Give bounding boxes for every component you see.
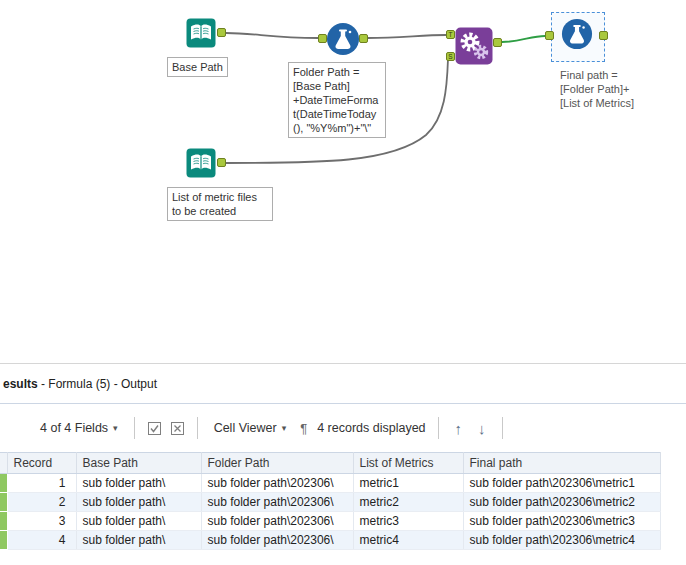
- select-all-checkbox-icon[interactable]: [147, 421, 162, 436]
- connection-basepath-to-formula[interactable]: [226, 33, 318, 38]
- annotation-base-path[interactable]: Base Path: [167, 57, 228, 77]
- table-cell[interactable]: sub folder path\202306\: [201, 474, 353, 493]
- output-anchor[interactable]: [217, 158, 226, 167]
- table-cell[interactable]: sub folder path\: [76, 512, 201, 531]
- table-cell[interactable]: sub folder path\202306\: [201, 512, 353, 531]
- table-cell[interactable]: sub folder path\202306\metric1: [463, 474, 660, 493]
- table-row[interactable]: 3sub folder path\sub folder path\202306\…: [0, 512, 660, 531]
- row-indicator[interactable]: [0, 512, 7, 531]
- table-header-row: Record Base Path Folder Path List of Met…: [0, 453, 660, 474]
- table-cell[interactable]: sub folder path\: [76, 474, 201, 493]
- results-toolbar: 4 of 4 Fields ▾ Cell Viewer ▾: [0, 404, 686, 452]
- alteryx-window: Base Path Folder Path = [Base Path] +Dat…: [0, 0, 686, 565]
- table-cell[interactable]: metric2: [353, 493, 463, 512]
- results-header: esults - Formula (5) - Output: [0, 364, 686, 404]
- table-cell[interactable]: 4: [7, 531, 76, 550]
- toolbar-separator: [438, 417, 439, 439]
- table-cell[interactable]: 2: [7, 493, 76, 512]
- output-anchor[interactable]: [359, 34, 368, 43]
- table-row[interactable]: 2sub folder path\sub folder path\202306\…: [0, 493, 660, 512]
- row-indicator[interactable]: [0, 493, 7, 512]
- annotation-final-path[interactable]: Final path = [Folder Path]+ [List of Met…: [556, 66, 660, 112]
- down-arrow-icon[interactable]: ↓: [474, 420, 490, 437]
- tool-formula-folder-path[interactable]: [326, 22, 360, 56]
- flask-icon: [326, 22, 360, 56]
- fields-dropdown-label: 4 of 4 Fields: [40, 421, 108, 435]
- output-anchor[interactable]: [599, 31, 608, 40]
- flask-icon: [561, 18, 593, 50]
- header-indicator-cell: [0, 453, 7, 474]
- toolbar-separator: [197, 417, 198, 439]
- table-cell[interactable]: sub folder path\202306\metric2: [463, 493, 660, 512]
- table-row[interactable]: 1sub folder path\sub folder path\202306\…: [0, 474, 660, 493]
- results-panel: esults - Formula (5) - Output 4 of 4 Fie…: [0, 363, 686, 565]
- output-anchor[interactable]: [217, 28, 226, 37]
- table-cell[interactable]: sub folder path\202306\: [201, 493, 353, 512]
- table-row[interactable]: 4sub folder path\sub folder path\202306\…: [0, 531, 660, 550]
- input-anchor-t[interactable]: T: [446, 30, 455, 39]
- open-book-icon: [186, 18, 216, 48]
- tool-text-input-base-path[interactable]: [186, 18, 216, 48]
- column-header-base-path[interactable]: Base Path: [76, 453, 201, 474]
- pilcrow-icon[interactable]: ¶: [298, 421, 309, 436]
- annotation-metric-files[interactable]: List of metric files to be created: [167, 187, 273, 221]
- table-cell[interactable]: metric4: [353, 531, 463, 550]
- deselect-all-checkbox-icon[interactable]: [170, 421, 185, 436]
- table-cell[interactable]: sub folder path\: [76, 531, 201, 550]
- row-indicator[interactable]: [0, 474, 7, 493]
- table-cell[interactable]: sub folder path\: [76, 493, 201, 512]
- column-header-folder-path[interactable]: Folder Path: [201, 453, 353, 474]
- tool-text-input-metrics[interactable]: [186, 148, 216, 178]
- table-cell[interactable]: sub folder path\202306\metric4: [463, 531, 660, 550]
- toolbar-separator: [134, 417, 135, 439]
- table-cell[interactable]: sub folder path\202306\metric3: [463, 512, 660, 531]
- table-cell[interactable]: 1: [7, 474, 76, 493]
- toolbar-separator: [502, 417, 503, 439]
- tool-formula-final-path[interactable]: [561, 18, 593, 50]
- results-title: esults - Formula (5) - Output: [3, 377, 157, 391]
- cell-viewer-label: Cell Viewer: [214, 421, 277, 435]
- chevron-down-icon: ▾: [113, 423, 118, 433]
- table-cell[interactable]: metric3: [353, 512, 463, 531]
- column-header-record[interactable]: Record: [7, 453, 76, 474]
- input-anchor[interactable]: [545, 31, 554, 40]
- results-table: Record Base Path Folder Path List of Met…: [0, 452, 661, 550]
- records-displayed-label: 4 records displayed: [317, 421, 425, 435]
- table-cell[interactable]: metric1: [353, 474, 463, 493]
- cell-viewer-dropdown[interactable]: Cell Viewer ▾: [210, 418, 291, 438]
- connection-append-to-final[interactable]: [502, 36, 545, 42]
- connection-formula-to-append[interactable]: [368, 35, 446, 38]
- output-anchor[interactable]: [493, 38, 502, 47]
- annotation-folder-path[interactable]: Folder Path = [Base Path] +DateTimeForma…: [288, 62, 386, 138]
- row-indicator[interactable]: [0, 531, 7, 550]
- table-cell[interactable]: sub folder path\202306\: [201, 531, 353, 550]
- up-arrow-icon[interactable]: ↑: [451, 420, 467, 437]
- workflow-canvas[interactable]: Base Path Folder Path = [Base Path] +Dat…: [0, 0, 686, 363]
- column-header-final-path[interactable]: Final path: [463, 453, 660, 474]
- fields-dropdown[interactable]: 4 of 4 Fields ▾: [36, 418, 122, 438]
- open-book-icon: [186, 148, 216, 178]
- table-cell[interactable]: 3: [7, 512, 76, 531]
- tool-append-fields[interactable]: [455, 27, 493, 65]
- input-anchor-s[interactable]: S: [446, 52, 455, 61]
- gears-icon: [455, 27, 493, 65]
- chevron-down-icon: ▾: [282, 423, 287, 433]
- column-header-list-of-metrics[interactable]: List of Metrics: [353, 453, 463, 474]
- results-table-body: 1sub folder path\sub folder path\202306\…: [0, 474, 660, 550]
- input-anchor[interactable]: [318, 34, 327, 43]
